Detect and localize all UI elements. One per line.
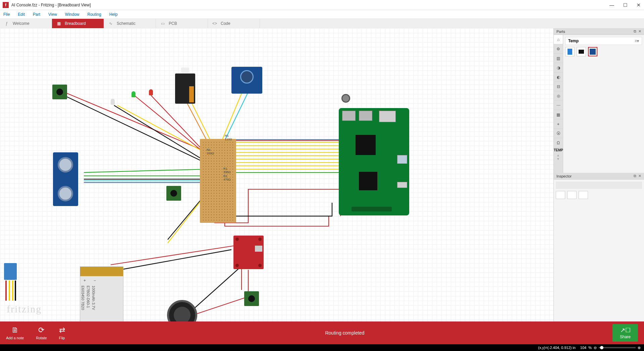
inspector-body — [554, 180, 644, 321]
parts-title: Parts — [556, 30, 565, 34]
led-clear[interactable] — [111, 99, 115, 105]
menu-view[interactable]: View — [48, 12, 57, 17]
battery-minus: − — [94, 278, 96, 283]
inspector-header: Inspector ⧉ ✕ — [554, 173, 644, 180]
view-tabs: ƒ Welcome ▦ Breadboard ∿ Schematic ▭ PCB… — [0, 19, 644, 28]
ultrasonic-sensor[interactable] — [53, 152, 78, 206]
minimize-button[interactable]: — — [609, 2, 614, 8]
statusbar: (x,y)=(-2.404, 0.912) in 104% ⊖ ⊕ — [0, 344, 644, 351]
label-r5: R5 — [225, 134, 229, 138]
label-r2: R2 — [223, 174, 227, 178]
servo-motor[interactable] — [175, 73, 195, 104]
menu-edit[interactable]: Edit — [18, 12, 25, 17]
cat-misc[interactable]: ⦿ — [554, 129, 563, 138]
rotate-button[interactable]: ⟳ Rotate — [36, 326, 47, 340]
main-area: R5 110Ω R4 100Ω R1 330Ω R2 470Ω + − E603… — [0, 28, 644, 321]
maximize-button[interactable]: ☐ — [623, 2, 628, 8]
tab-code[interactable]: <> Code — [208, 19, 260, 28]
push-button-1[interactable] — [52, 85, 67, 99]
zoom-out-icon[interactable]: ⊖ — [594, 346, 597, 350]
menu-routing[interactable]: Routing — [88, 12, 101, 17]
cat-connector[interactable]: ⊟ — [554, 82, 563, 91]
label-r2-val: 470Ω — [223, 178, 231, 181]
part-thumb-3[interactable] — [588, 47, 597, 56]
cat-more[interactable]: ⋯ — [554, 101, 563, 110]
breadboard-icon: ▦ — [56, 21, 61, 26]
close-panel-icon[interactable]: ✕ — [638, 29, 641, 34]
cat-board[interactable]: ▦ — [554, 110, 563, 119]
watermark: fritzing — [7, 303, 42, 315]
flip-button[interactable]: ⇄ Flip — [59, 326, 65, 340]
window-title: AI Console.fzz - Fritzing - [Breadboard … — [11, 3, 609, 7]
close-inspector-icon[interactable]: ✕ — [638, 174, 641, 178]
menu-help[interactable]: Help — [109, 12, 118, 17]
cat-led[interactable]: ◐ — [554, 72, 563, 82]
label-r1: R1 — [223, 167, 227, 170]
undock-inspector-icon[interactable]: ⧉ — [634, 174, 636, 178]
part-thumb-2[interactable] — [577, 47, 586, 56]
scroll-up-icon[interactable]: ▲ — [556, 153, 560, 157]
zoom-pct: % — [588, 346, 592, 350]
share-icon: ↗☐ — [620, 327, 631, 334]
cat-chip[interactable]: ▥ — [554, 54, 563, 63]
tab-welcome[interactable]: ƒ Welcome — [0, 19, 52, 28]
cat-temp-label[interactable]: TEMP — [554, 148, 563, 153]
cat-gear[interactable]: ⚙ — [554, 44, 563, 54]
tab-label: Code — [221, 21, 230, 26]
bin-menu-icon[interactable]: ≡▾ — [635, 39, 639, 43]
share-label: Share — [620, 335, 631, 339]
add-note-button[interactable]: 🗎 Add a note — [6, 326, 24, 340]
microphone[interactable] — [341, 94, 350, 103]
scroll-down-icon[interactable]: ▼ — [556, 157, 560, 161]
tab-label: Schematic — [117, 21, 136, 26]
welcome-icon: ƒ — [4, 21, 9, 26]
inspector-field[interactable] — [556, 182, 642, 189]
zoom-in-icon[interactable]: ⊕ — [638, 346, 641, 350]
flip-label: Flip — [59, 336, 65, 340]
menu-part[interactable]: Part — [33, 12, 40, 17]
cat-motor[interactable]: ◑ — [554, 63, 563, 72]
share-button[interactable]: ↗☐ Share — [612, 324, 638, 342]
lipo-charger[interactable] — [233, 236, 264, 269]
undock-icon[interactable]: ⧉ — [634, 29, 636, 34]
flip-icon: ⇄ — [59, 326, 65, 335]
canvas[interactable]: R5 110Ω R4 100Ω R1 330Ω R2 470Ω + − E603… — [0, 28, 553, 321]
part-thumb-1[interactable] — [565, 47, 575, 56]
tab-label: PCB — [169, 21, 177, 26]
led-red[interactable] — [149, 89, 153, 95]
cat-wireless[interactable]: ⌖ — [554, 119, 563, 129]
touch-sensor[interactable] — [231, 67, 262, 94]
cat-omega[interactable]: Ω — [554, 138, 563, 148]
close-button[interactable]: ✕ — [636, 2, 641, 8]
tab-schematic[interactable]: ∿ Schematic — [104, 19, 156, 28]
schematic-icon: ∿ — [108, 21, 113, 26]
inspector-swatch-3[interactable] — [579, 191, 588, 199]
zoom-slider[interactable] — [599, 347, 636, 348]
tab-label: Breadboard — [65, 21, 86, 26]
inspector-title: Inspector — [556, 174, 572, 178]
push-button-2[interactable] — [166, 186, 181, 201]
parts-header: Parts ⧉ ✕ — [554, 28, 644, 35]
pcb-icon: ▭ — [160, 21, 165, 26]
menu-window[interactable]: Window — [65, 12, 79, 17]
dht-leads — [5, 281, 16, 301]
tab-pcb[interactable]: ▭ PCB — [156, 19, 208, 28]
lipo-battery[interactable]: + − E603450 7B20 E7B02-D60-1 1000mAh 3.7… — [80, 266, 123, 321]
inspector-swatch-1[interactable] — [556, 191, 565, 199]
inspector-swatch-2[interactable] — [567, 191, 577, 199]
tab-label: Welcome — [13, 21, 30, 26]
cat-core[interactable]: ⌂ — [554, 35, 563, 44]
cat-sensor[interactable]: ◎ — [554, 91, 563, 101]
label-r1-val: 330Ω — [223, 170, 231, 174]
menu-file[interactable]: File — [3, 12, 10, 17]
raspberry-pi[interactable] — [339, 108, 409, 215]
add-note-label: Add a note — [6, 336, 24, 340]
bottom-toolbar: 🗎 Add a note ⟳ Rotate ⇄ Flip Routing com… — [0, 321, 644, 344]
tab-breadboard[interactable]: ▦ Breadboard — [52, 19, 104, 28]
rotate-icon: ⟳ — [38, 326, 44, 335]
routing-status: Routing completed — [77, 330, 612, 336]
push-button-3[interactable] — [244, 291, 259, 306]
led-green[interactable] — [131, 91, 136, 97]
zoom-control: 104% ⊖ ⊕ — [580, 346, 641, 350]
dht-sensor[interactable] — [4, 263, 17, 280]
